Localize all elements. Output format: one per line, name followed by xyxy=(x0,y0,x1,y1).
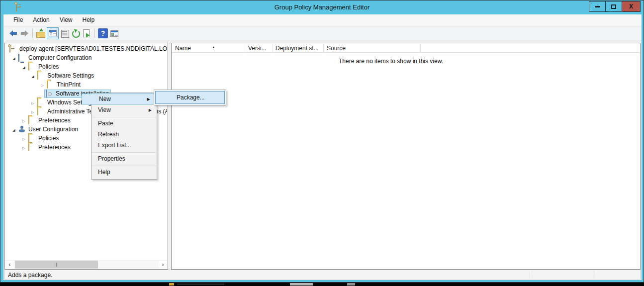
scroll-left-button[interactable]: ‹ xyxy=(5,261,14,269)
properties-icon[interactable] xyxy=(60,28,70,38)
menu-item-export-list-[interactable]: Export List... xyxy=(92,140,157,151)
scrollbar-thumb[interactable] xyxy=(15,261,98,269)
close-button[interactable]: X xyxy=(622,1,641,12)
folder-icon xyxy=(47,81,54,88)
maximize-icon xyxy=(611,4,616,9)
status-divider xyxy=(530,271,530,279)
user-icon xyxy=(18,126,26,133)
app-window: Group Policy Management Editor X FileAct… xyxy=(0,0,644,283)
background-scrollbar-fragment xyxy=(290,283,313,286)
collapse-arrow-icon[interactable] xyxy=(30,72,36,79)
tree-row-computer-configuration[interactable]: Computer Configuration xyxy=(5,53,167,62)
column-label: Source xyxy=(327,45,346,52)
tree-row-software-settings[interactable]: Software Settings xyxy=(5,71,167,80)
tree-label: Preferences xyxy=(38,144,71,151)
collapse-arrow-icon[interactable] xyxy=(11,126,17,133)
context-submenu: Package... xyxy=(154,90,226,105)
folder-icon xyxy=(28,63,36,70)
collapse-arrow-icon[interactable] xyxy=(21,63,27,70)
expand-arrow-icon[interactable] xyxy=(21,144,27,151)
tree-label: Computer Configuration xyxy=(28,54,92,61)
column-label: Versi... xyxy=(248,45,267,52)
console-tree-glyph xyxy=(49,30,57,36)
console-window-glyph xyxy=(110,30,118,37)
menu-item-label: Export List... xyxy=(98,142,131,149)
menu-item-paste[interactable]: Paste xyxy=(92,118,157,129)
menu-item-label: New xyxy=(99,95,111,102)
menu-item-label: Refresh xyxy=(98,131,119,138)
submenu-item-package[interactable]: Package... xyxy=(155,91,225,104)
tree-label: deploy agent [SERVTESAD01.TESTES.NDDIGIT… xyxy=(19,45,167,52)
tree-label: Policies xyxy=(38,135,59,142)
scroll-right-button[interactable]: › xyxy=(159,261,167,269)
menu-item-refresh[interactable]: Refresh xyxy=(92,129,157,140)
menu-action[interactable]: Action xyxy=(28,14,54,25)
folder-icon xyxy=(28,117,36,124)
forward-arrow-icon[interactable] xyxy=(19,28,29,38)
menu-view[interactable]: View xyxy=(55,14,78,25)
back-arrow-icon[interactable] xyxy=(8,28,18,38)
menu-separator xyxy=(92,152,156,153)
show-console-tree-icon[interactable] xyxy=(47,27,59,39)
scroll-icon xyxy=(9,45,17,52)
column-header-name[interactable]: Name▲ xyxy=(172,44,245,52)
column-label: Name xyxy=(175,45,191,52)
folder-icon xyxy=(37,108,45,115)
sort-ascending-icon: ▲ xyxy=(212,45,215,49)
toolbar-separator xyxy=(32,29,33,38)
export-list-icon[interactable] xyxy=(82,28,92,38)
window-controls: X xyxy=(589,1,641,12)
horizontal-scrollbar[interactable]: ‹ › xyxy=(5,260,167,269)
expand-arrow-icon[interactable] xyxy=(30,99,36,106)
console-window-icon[interactable] xyxy=(109,28,119,38)
context-menu: New▶View▶PasteRefreshExport List...Prope… xyxy=(91,93,157,180)
minimize-icon xyxy=(595,6,600,7)
client-area: FileActionViewHelp depl xyxy=(3,14,642,280)
expand-arrow-icon[interactable] xyxy=(21,135,27,142)
column-header-deploymentst[interactable]: Deployment st... xyxy=(273,44,324,52)
status-divider xyxy=(596,271,596,279)
close-icon: X xyxy=(629,3,633,9)
tree-label: ThinPrint xyxy=(57,81,81,88)
title-bar[interactable]: Group Policy Management Editor X xyxy=(1,0,643,14)
toolbar-separator xyxy=(94,29,95,38)
menu-item-label: Help xyxy=(98,169,110,176)
maximize-button[interactable] xyxy=(605,1,622,12)
status-text: Adds a package. xyxy=(8,272,52,279)
menu-item-help[interactable]: Help xyxy=(92,167,157,178)
computer-icon xyxy=(18,54,26,61)
column-header-source[interactable]: Source xyxy=(324,44,421,52)
menu-item-new[interactable]: New▶ xyxy=(82,94,155,104)
tree-label: Policies xyxy=(38,63,59,70)
help-icon[interactable] xyxy=(98,28,108,38)
tree-label: User Configuration xyxy=(28,126,78,133)
menu-item-label: View xyxy=(98,106,111,113)
expand-arrow-icon[interactable] xyxy=(30,108,36,115)
menu-file[interactable]: File xyxy=(8,14,28,25)
up-one-level-icon[interactable] xyxy=(36,28,46,38)
background-text-fragment xyxy=(177,284,224,285)
screen: Group Policy Management Editor X FileAct… xyxy=(0,0,644,286)
tree-label: Software Settings xyxy=(47,72,94,79)
folder-icon xyxy=(37,72,45,79)
menu-help[interactable]: Help xyxy=(78,14,100,25)
column-label: Deployment st... xyxy=(276,45,319,52)
menu-item-label: Properties xyxy=(98,155,125,162)
column-header-versi[interactable]: Versi... xyxy=(245,44,273,52)
menu-item-label: Paste xyxy=(98,120,113,127)
tree-row-thinprint[interactable]: ThinPrint xyxy=(5,80,167,89)
collapse-arrow-icon[interactable] xyxy=(11,54,17,61)
scrollbar-track[interactable] xyxy=(14,261,159,269)
menu-item-properties[interactable]: Properties xyxy=(92,154,157,165)
minimize-button[interactable] xyxy=(589,1,606,12)
tree-row-policies[interactable]: Policies xyxy=(5,62,167,71)
tree-row-deploy-agent-servtesad01-teste[interactable]: deploy agent [SERVTESAD01.TESTES.NDDIGIT… xyxy=(5,44,167,53)
expand-arrow-icon[interactable] xyxy=(39,81,45,88)
folder-icon xyxy=(28,144,36,151)
refresh-icon[interactable] xyxy=(71,28,81,38)
tree-label: Preferences xyxy=(38,117,71,124)
window-title: Group Policy Management Editor xyxy=(1,0,643,14)
expand-arrow-icon[interactable] xyxy=(21,117,27,124)
menu-item-view[interactable]: View▶ xyxy=(92,105,157,116)
list-header: Name▲Versi...Deployment st...Source xyxy=(172,44,640,53)
